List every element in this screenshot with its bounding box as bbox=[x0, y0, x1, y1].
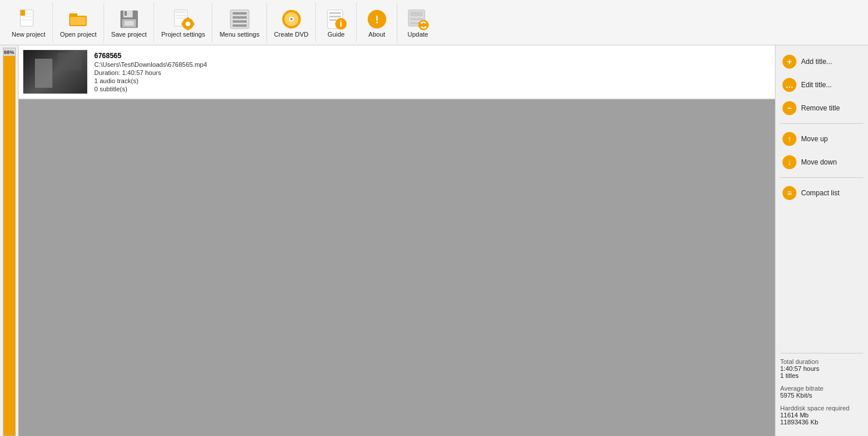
remove-title-button[interactable]: − Remove title bbox=[780, 97, 863, 120]
toolbar: New project Open project Save project bbox=[0, 0, 868, 45]
svg-rect-38 bbox=[329, 19, 336, 21]
total-duration-group: Total duration 1:40:57 hours 1 titles bbox=[780, 358, 863, 379]
move-up-icon: ↑ bbox=[782, 132, 796, 146]
project-settings-button[interactable]: Project settings bbox=[154, 2, 212, 42]
svg-rect-20 bbox=[187, 17, 189, 20]
hdd-kb-value: 11893436 Kb bbox=[780, 419, 863, 426]
create-dvd-label: Create DVD bbox=[274, 31, 308, 38]
move-up-label: Move up bbox=[801, 135, 828, 143]
hdd-space-label: Harddisk space required bbox=[780, 405, 863, 412]
sidebar-stats: Total duration 1:40:57 hours 1 titles Av… bbox=[780, 353, 863, 431]
add-title-label: Add title... bbox=[801, 58, 832, 66]
save-project-icon bbox=[118, 8, 141, 31]
compact-list-label: Compact list bbox=[801, 189, 839, 197]
title-thumbnail bbox=[23, 50, 87, 94]
title-duration: Duration: 1:40:57 hours bbox=[94, 69, 207, 76]
svg-rect-36 bbox=[329, 12, 341, 14]
hdd-mb-value: 11614 Mb bbox=[780, 412, 863, 419]
edit-title-button[interactable]: … Edit title... bbox=[780, 73, 863, 97]
project-settings-label: Project settings bbox=[161, 31, 205, 38]
sidebar-actions: + Add title... … Edit title... − Remove … bbox=[780, 50, 863, 205]
svg-rect-21 bbox=[187, 28, 189, 30]
svg-point-45 bbox=[418, 20, 429, 30]
edit-title-icon: … bbox=[782, 78, 796, 92]
content-area: 6768565 C:\Users\Test\Downloads\6768565.… bbox=[19, 45, 775, 436]
about-label: About bbox=[368, 31, 385, 38]
update-button[interactable]: Update bbox=[397, 2, 438, 42]
save-project-button[interactable]: Save project bbox=[104, 2, 154, 42]
move-down-button[interactable]: ↓ Move down bbox=[780, 151, 863, 174]
svg-text:i: i bbox=[340, 19, 342, 28]
new-project-label: New project bbox=[12, 31, 45, 38]
svg-rect-5 bbox=[20, 10, 25, 16]
menu-settings-icon bbox=[228, 8, 251, 31]
svg-rect-26 bbox=[233, 16, 247, 19]
title-info: 6768565 C:\Users\Test\Downloads\6768565.… bbox=[94, 52, 207, 92]
open-project-label: Open project bbox=[60, 31, 97, 38]
progress-bar-container: 98% bbox=[3, 48, 16, 436]
svg-rect-8 bbox=[70, 17, 86, 25]
svg-rect-13 bbox=[124, 21, 134, 26]
remove-title-icon: − bbox=[782, 101, 796, 115]
avg-bitrate-group: Average bitrate 5975 Kbit/s bbox=[780, 385, 863, 399]
titles-count: 1 titles bbox=[780, 372, 863, 379]
right-sidebar: + Add title... … Edit title... − Remove … bbox=[775, 45, 868, 436]
svg-rect-22 bbox=[182, 23, 184, 25]
move-down-label: Move down bbox=[801, 158, 837, 166]
progress-label: 98% bbox=[3, 49, 15, 55]
svg-rect-17 bbox=[176, 17, 186, 19]
svg-rect-42 bbox=[410, 12, 423, 16]
menu-settings-label: Menu settings bbox=[219, 31, 259, 38]
move-up-button[interactable]: ↑ Move up bbox=[780, 127, 863, 151]
add-title-icon: + bbox=[782, 55, 796, 69]
move-down-icon: ↓ bbox=[782, 155, 796, 169]
compact-list-icon: ≡ bbox=[782, 186, 796, 200]
remove-title-label: Remove title bbox=[801, 104, 840, 112]
gray-preview-area bbox=[19, 99, 775, 436]
svg-rect-27 bbox=[233, 20, 247, 23]
edit-title-label: Edit title... bbox=[801, 81, 832, 89]
guide-label: Guide bbox=[328, 31, 344, 38]
create-dvd-icon bbox=[280, 8, 303, 31]
title-item[interactable]: 6768565 C:\Users\Test\Downloads\6768565.… bbox=[19, 45, 775, 99]
title-audio: 1 audio track(s) bbox=[94, 77, 207, 84]
title-path: C:\Users\Test\Downloads\6768565.mp4 bbox=[94, 61, 207, 68]
title-list: 6768565 C:\Users\Test\Downloads\6768565.… bbox=[19, 45, 775, 99]
main-layout: 98% 6768565 C:\Users\Test\Downloads\6768… bbox=[0, 45, 868, 436]
new-project-button[interactable]: New project bbox=[5, 2, 53, 42]
svg-rect-15 bbox=[176, 11, 186, 13]
progress-bar-fill bbox=[3, 56, 15, 435]
open-project-icon bbox=[67, 8, 90, 31]
avg-bitrate-value: 5975 Kbit/s bbox=[780, 392, 863, 399]
svg-rect-37 bbox=[329, 16, 341, 17]
open-project-button[interactable]: Open project bbox=[53, 2, 104, 42]
svg-rect-25 bbox=[233, 12, 247, 15]
guide-button[interactable]: i Guide bbox=[316, 2, 357, 42]
hdd-space-group: Harddisk space required 11614 Mb 1189343… bbox=[780, 405, 863, 426]
left-sidebar: 98% bbox=[0, 45, 19, 436]
svg-rect-16 bbox=[176, 15, 186, 16]
svg-point-19 bbox=[186, 22, 190, 26]
project-settings-icon bbox=[172, 8, 195, 31]
create-dvd-button[interactable]: Create DVD bbox=[267, 2, 316, 42]
svg-rect-28 bbox=[233, 24, 247, 27]
new-project-icon bbox=[17, 8, 40, 31]
update-icon bbox=[406, 8, 429, 31]
svg-rect-11 bbox=[124, 11, 127, 16]
svg-text:!: ! bbox=[375, 14, 379, 26]
avg-bitrate-label: Average bitrate bbox=[780, 385, 863, 392]
sidebar-divider-1 bbox=[780, 123, 863, 124]
sidebar-divider-2 bbox=[780, 177, 863, 178]
total-duration-value: 1:40:57 hours bbox=[780, 365, 863, 372]
total-duration-label: Total duration bbox=[780, 358, 863, 365]
svg-rect-43 bbox=[410, 18, 423, 20]
add-title-button[interactable]: + Add title... bbox=[780, 50, 863, 73]
about-button[interactable]: ! About bbox=[357, 2, 397, 42]
update-label: Update bbox=[407, 31, 428, 38]
save-project-label: Save project bbox=[111, 31, 147, 38]
svg-point-32 bbox=[290, 18, 293, 20]
compact-list-button[interactable]: ≡ Compact list bbox=[780, 181, 863, 205]
menu-settings-button[interactable]: Menu settings bbox=[212, 2, 266, 42]
about-icon: ! bbox=[365, 8, 389, 31]
svg-rect-7 bbox=[69, 13, 77, 17]
